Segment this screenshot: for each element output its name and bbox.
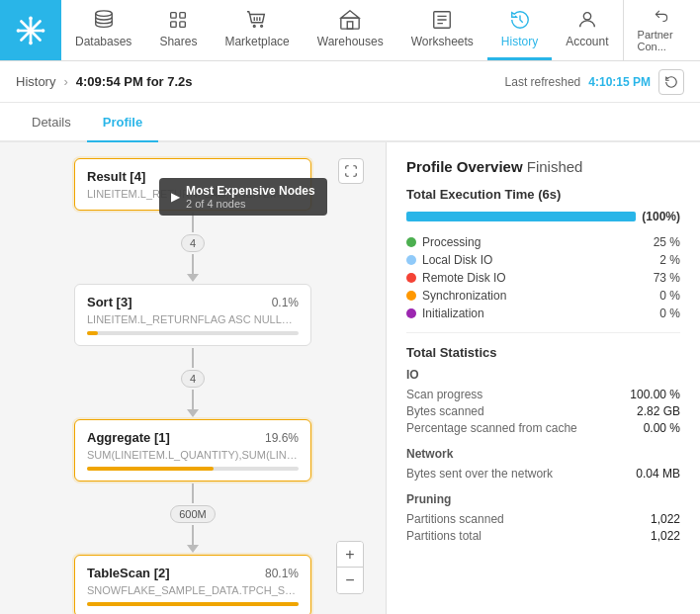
connector-arrow <box>187 545 199 553</box>
svg-point-6 <box>29 41 33 44</box>
plan-node-aggregate[interactable]: Aggregate [1] 19.6% SUM(LINEITEM.L_QUANT… <box>74 419 311 482</box>
tab-details[interactable]: Details <box>16 103 87 142</box>
stats-scan-progress: Scan progress 100.00 % <box>406 388 680 401</box>
plan-node-tablescan[interactable]: TableScan [2] 80.1% SNOWFLAKE_SAMPLE_DAT… <box>74 555 311 614</box>
tooltip-icon: ▶ <box>171 190 180 204</box>
exec-time-header: Total Execution Time (6s) <box>406 187 680 202</box>
legend-dot-local-disk <box>406 255 416 265</box>
breadcrumb-bar: History › 4:09:54 PM for 7.2s Last refre… <box>0 61 700 103</box>
refresh-button[interactable] <box>658 69 684 95</box>
nav-label-shares: Shares <box>159 35 197 48</box>
legend-sync: Synchronization 0 % <box>406 289 680 303</box>
nav-item-history[interactable]: History <box>487 0 552 60</box>
result-node-title: Result [4] <box>87 169 145 184</box>
stats-bytes-scanned-label: Bytes scanned <box>406 404 484 418</box>
stats-bytes-network: Bytes sent over the network 0.04 MB <box>406 467 680 481</box>
plan-node-sort[interactable]: Sort [3] 0.1% LINEITEM.L_RETURNFLAG ASC … <box>74 284 311 346</box>
breadcrumb: History › 4:09:54 PM for 7.2s <box>16 74 193 89</box>
stats-cache-pct: Percentage scanned from cache 0.00 % <box>406 421 680 435</box>
sort-node-pct: 0.1% <box>272 296 299 309</box>
tablescan-node-bar <box>87 602 299 606</box>
tab-details-label: Details <box>32 115 71 130</box>
aggregate-node-bar <box>87 467 299 471</box>
connector-line <box>192 348 194 368</box>
legend-value-processing: 25 % <box>654 235 680 249</box>
legend-label-local-disk: Local Disk IO <box>422 253 654 267</box>
exec-bar <box>406 212 636 221</box>
connector-2: 4 <box>16 348 370 417</box>
legend-processing: Processing 25 % <box>406 235 680 249</box>
legend-label-sync: Synchronization <box>422 289 654 303</box>
tab-profile[interactable]: Profile <box>87 103 158 142</box>
svg-rect-17 <box>347 22 353 29</box>
profile-overview-panel: Profile Overview Finished Total Executio… <box>386 142 700 614</box>
breadcrumb-current: 4:09:54 PM for 7.2s <box>76 74 193 89</box>
connector-badge-2: 4 <box>181 370 205 388</box>
stats-bytes-scanned: Bytes scanned 2.82 GB <box>406 404 680 418</box>
total-stats-header: Total Statistics <box>406 345 680 360</box>
stats-pruning-label: Pruning <box>406 492 680 506</box>
top-nav: Databases Shares Marketplace Warehouses … <box>0 0 700 61</box>
legend-local-disk: Local Disk IO 2 % <box>406 253 680 267</box>
connector-3: 600M <box>16 483 370 553</box>
svg-point-9 <box>95 11 112 17</box>
svg-point-14 <box>253 26 255 28</box>
fullscreen-button[interactable] <box>338 158 364 184</box>
sort-node-title: Sort [3] <box>87 295 132 309</box>
nav-item-marketplace[interactable]: Marketplace <box>211 0 303 60</box>
nav-item-shares[interactable]: Shares <box>145 0 211 60</box>
tablescan-node-title: TableScan [2] <box>87 566 170 580</box>
svg-rect-13 <box>180 22 186 28</box>
nav-label-worksheets: Worksheets <box>411 35 474 48</box>
svg-rect-12 <box>171 22 177 28</box>
breadcrumb-parent[interactable]: History <box>16 74 55 89</box>
snowflake-logo[interactable] <box>0 0 61 60</box>
breadcrumb-separator: › <box>63 74 67 89</box>
svg-point-7 <box>17 29 21 33</box>
svg-point-15 <box>261 26 263 28</box>
legend-label-init: Initialization <box>422 307 654 320</box>
stats-partitions-scanned-value: 1,022 <box>651 512 680 526</box>
connector-line <box>192 525 194 545</box>
nav-partner-connect[interactable]: Partner Con... <box>623 0 700 60</box>
stats-io-label: IO <box>406 368 680 382</box>
nav-label-marketplace: Marketplace <box>224 35 289 48</box>
nav-item-warehouses[interactable]: Warehouses <box>304 0 397 60</box>
nav-label-account: Account <box>566 35 608 48</box>
nav-partner-label: Partner Con... <box>638 29 686 52</box>
sort-node-bar <box>87 331 299 335</box>
stats-partitions-scanned: Partitions scanned 1,022 <box>406 512 680 526</box>
legend-value-local-disk: 2 % <box>659 253 680 267</box>
tablescan-node-pct: 80.1% <box>265 567 299 580</box>
tabs-bar: Details Profile <box>0 103 700 142</box>
legend-remote-disk: Remote Disk IO 73 % <box>406 271 680 285</box>
connector-badge-3: 600M <box>170 505 216 523</box>
nav-item-worksheets[interactable]: Worksheets <box>397 0 487 60</box>
zoom-in-button[interactable]: + <box>337 542 363 568</box>
connector-line <box>192 483 194 503</box>
nav-label-databases: Databases <box>75 35 131 48</box>
svg-point-19 <box>583 13 590 20</box>
breadcrumb-right: Last refreshed 4:10:15 PM <box>505 69 684 95</box>
nav-item-databases[interactable]: Databases <box>61 0 145 60</box>
connector-line <box>192 390 194 409</box>
sort-node-sub: LINEITEM.L_RETURNFLAG ASC NULLS LA... <box>87 313 299 325</box>
legend: Processing 25 % Local Disk IO 2 % Remote… <box>406 235 680 320</box>
stats-pruning: Pruning Partitions scanned 1,022 Partiti… <box>406 492 680 543</box>
profile-overview-title: Profile Overview Finished <box>406 158 680 175</box>
legend-label-processing: Processing <box>422 235 648 249</box>
svg-rect-16 <box>341 18 359 29</box>
stats-scan-progress-value: 100.00 % <box>630 388 680 401</box>
stats-network: Network Bytes sent over the network 0.04… <box>406 447 680 481</box>
stats-partitions-total: Partitions total 1,022 <box>406 529 680 543</box>
main-content: Result [4] LINEITEM.L_RETURNFLAG,LINEITE… <box>0 142 700 614</box>
last-refreshed-time: 4:10:15 PM <box>588 75 651 89</box>
nav-label-warehouses: Warehouses <box>317 35 384 48</box>
most-expensive-tooltip: ▶ Most Expensive Nodes 2 of 4 nodes <box>159 178 327 216</box>
zoom-controls: + − <box>336 541 364 594</box>
query-plan-panel: Result [4] LINEITEM.L_RETURNFLAG,LINEITE… <box>0 142 386 614</box>
stats-cache-pct-label: Percentage scanned from cache <box>406 421 577 435</box>
exec-bar-pct: (100%) <box>642 210 680 223</box>
zoom-out-button[interactable]: − <box>337 568 363 593</box>
nav-item-account[interactable]: Account <box>552 0 622 60</box>
